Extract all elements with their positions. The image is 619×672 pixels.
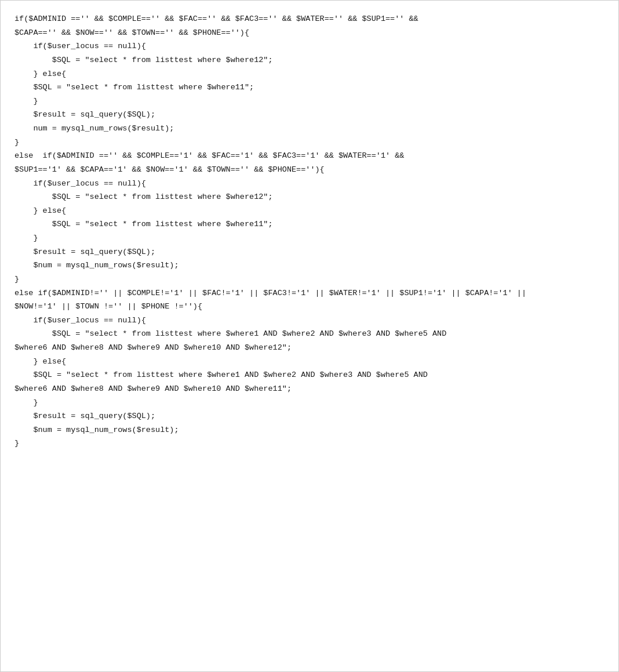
code-container: if($ADMINID =='' && $COMPLE=='' && $FAC=…: [0, 0, 619, 672]
code-block: if($ADMINID =='' && $COMPLE=='' && $FAC=…: [14, 12, 605, 451]
